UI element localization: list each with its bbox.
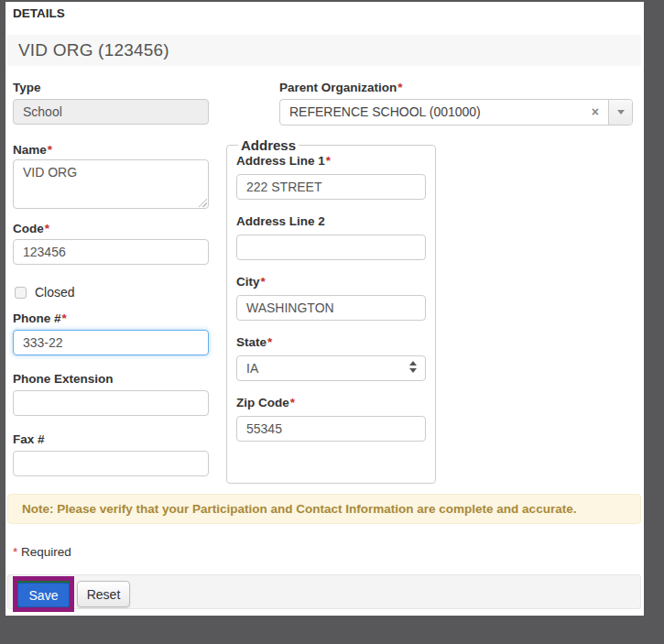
code-label: Code* bbox=[13, 222, 49, 235]
fax-input[interactable] bbox=[13, 451, 209, 476]
address-line1-input[interactable] bbox=[236, 174, 426, 200]
reset-button[interactable]: Reset bbox=[77, 581, 130, 607]
dropdown-toggle[interactable] bbox=[608, 100, 632, 125]
save-button[interactable]: Save bbox=[17, 583, 70, 607]
required-asterisk: * bbox=[48, 143, 52, 157]
fax-label: Fax # bbox=[13, 432, 45, 446]
required-legend: * Required bbox=[13, 545, 71, 559]
parent-organization-label: Parent Organization* bbox=[279, 81, 403, 94]
phone-input[interactable] bbox=[13, 330, 209, 355]
select-spinner-icon bbox=[409, 361, 417, 373]
details-panel: DETAILS VID ORG (123456) Type Name* VID … bbox=[5, 2, 644, 616]
address-line1-label: Address Line 1* bbox=[236, 154, 426, 168]
state-label: State* bbox=[236, 335, 426, 349]
parent-organization-value: REFERENCE SCHOOL (001000) bbox=[289, 100, 481, 125]
save-button-highlight: Save bbox=[13, 576, 74, 612]
address-line2-label: Address Line 2 bbox=[236, 214, 426, 228]
address-legend: Address bbox=[238, 137, 299, 153]
type-input bbox=[13, 99, 209, 125]
required-asterisk: * bbox=[326, 154, 331, 168]
closed-checkbox[interactable] bbox=[15, 287, 27, 299]
note-text: Note: Please verify that your Participat… bbox=[8, 495, 640, 523]
city-input[interactable] bbox=[236, 295, 426, 321]
required-asterisk: * bbox=[261, 275, 266, 289]
address-line2-input[interactable] bbox=[236, 235, 426, 260]
required-asterisk: * bbox=[13, 545, 17, 559]
clear-selection-icon[interactable]: × bbox=[592, 100, 599, 125]
type-label: Type bbox=[13, 81, 41, 94]
required-asterisk: * bbox=[397, 81, 402, 94]
org-banner-text: VID ORG (123456) bbox=[7, 35, 641, 66]
parent-organization-select[interactable]: REFERENCE SCHOOL (001000) × bbox=[279, 99, 633, 126]
state-select-value: IA bbox=[246, 356, 258, 380]
zip-code-input[interactable] bbox=[236, 416, 426, 442]
chevron-down-icon bbox=[617, 110, 625, 115]
phone-extension-input[interactable] bbox=[13, 390, 209, 416]
zip-code-label: Zip Code* bbox=[236, 396, 426, 409]
closed-checkbox-label: Closed bbox=[35, 285, 75, 300]
org-banner: VID ORG (123456) bbox=[7, 35, 641, 66]
required-asterisk: * bbox=[62, 311, 67, 325]
city-label: City* bbox=[236, 275, 426, 289]
phone-label: Phone #* bbox=[13, 311, 67, 325]
required-asterisk: * bbox=[267, 335, 272, 349]
note-banner: Note: Please verify that your Participat… bbox=[7, 494, 641, 524]
code-input[interactable] bbox=[13, 239, 209, 265]
required-asterisk: * bbox=[45, 222, 49, 235]
name-textarea[interactable]: VID ORG bbox=[13, 159, 209, 209]
page-title: DETAILS bbox=[13, 6, 65, 20]
address-fieldset: Address Address Line 1* Address Line 2 C… bbox=[226, 137, 436, 484]
state-select[interactable]: IA bbox=[236, 355, 426, 381]
name-label: Name* bbox=[13, 143, 52, 157]
required-asterisk: * bbox=[290, 396, 295, 409]
phone-extension-label: Phone Extension bbox=[13, 372, 114, 386]
